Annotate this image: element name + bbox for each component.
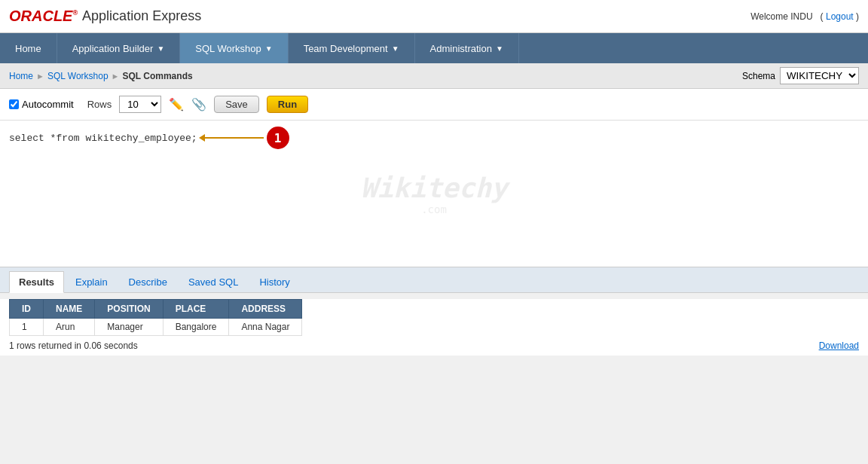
run-button[interactable]: Run	[267, 96, 308, 113]
nav-admin[interactable]: Administration ▼	[415, 33, 519, 63]
schema-select[interactable]: WIKITECHY	[780, 67, 859, 84]
nav-sql-workshop-arrow: ▼	[265, 44, 273, 53]
nav-team-dev-arrow: ▼	[392, 44, 399, 53]
breadcrumb-home[interactable]: Home	[9, 71, 33, 81]
breadcrumb-bar: Home ► SQL Workshop ► SQL Commands Schem…	[0, 63, 868, 89]
header: ORACLE® Application Express Welcome INDU…	[0, 0, 868, 33]
results-table: ID NAME POSITION PLACE ADDRESS 1 Arun Ma…	[9, 299, 302, 336]
download-link[interactable]: Download	[819, 340, 859, 351]
status-bar: 1 rows returned in 0.06 seconds Download	[0, 336, 868, 356]
toolbar: Autocommit Rows 10 25 50 100 200 ✏️ 📎 Sa…	[0, 89, 868, 121]
breadcrumb-sql-workshop[interactable]: SQL Workshop	[47, 71, 108, 81]
main-nav: Home Application Builder ▼ SQL Workshop …	[0, 33, 868, 63]
table-header-row: ID NAME POSITION PLACE ADDRESS	[10, 300, 302, 319]
nav-team-dev-label: Team Development	[304, 43, 388, 54]
nav-home[interactable]: Home	[0, 33, 57, 63]
autocommit-label: Autocommit	[9, 99, 74, 110]
results-area: ID NAME POSITION PLACE ADDRESS 1 Arun Ma…	[0, 299, 868, 336]
col-id: ID	[10, 300, 44, 319]
nav-app-builder[interactable]: Application Builder ▼	[57, 33, 181, 63]
col-name: NAME	[44, 300, 95, 319]
autocommit-checkbox[interactable]	[9, 99, 19, 109]
col-place: PLACE	[163, 300, 229, 319]
nav-admin-arrow: ▼	[496, 44, 503, 53]
oracle-logo: ORACLE® Application Express	[9, 8, 201, 25]
status-text: 1 rows returned in 0.06 seconds	[9, 340, 138, 351]
arrow-line	[203, 137, 264, 139]
nav-team-dev[interactable]: Team Development ▼	[289, 33, 415, 63]
rows-label: Rows	[87, 99, 112, 110]
editor-area[interactable]: select *from wikitechy_employee; 1 Wikit…	[0, 121, 868, 267]
breadcrumb-sep-2: ►	[112, 72, 120, 81]
save-button[interactable]: Save	[214, 96, 259, 113]
tab-history[interactable]: History	[249, 271, 299, 292]
autocommit-text: Autocommit	[22, 99, 74, 110]
col-position: POSITION	[95, 300, 163, 319]
tab-saved-sql[interactable]: Saved SQL	[179, 271, 249, 292]
rows-select[interactable]: 10 25 50 100 200	[119, 96, 161, 113]
nav-home-label: Home	[15, 43, 41, 54]
cell-id: 1	[10, 319, 44, 336]
tab-describe[interactable]: Describe	[119, 271, 177, 292]
nav-app-builder-label: Application Builder	[72, 43, 154, 54]
badge-number: 1	[267, 127, 289, 149]
eraser-icon[interactable]: 📎	[191, 97, 206, 111]
results-tabs: Results Explain Describe Saved SQL Histo…	[0, 267, 868, 293]
nav-sql-workshop[interactable]: SQL Workshop ▼	[180, 33, 288, 63]
sql-text: select *from wikitechy_employee;	[9, 133, 197, 144]
cell-place: Bangalore	[163, 319, 229, 336]
tab-explain[interactable]: Explain	[66, 271, 118, 292]
watermark-sub: .com	[360, 203, 507, 215]
cell-address: Anna Nagar	[229, 319, 302, 336]
cell-position: Manager	[95, 319, 163, 336]
nav-sql-workshop-label: SQL Workshop	[195, 43, 261, 54]
schema-label: Schema	[742, 71, 775, 81]
arrow-indicator: 1	[203, 127, 289, 149]
col-address: ADDRESS	[229, 300, 302, 319]
sql-line: select *from wikitechy_employee; 1	[9, 127, 859, 149]
breadcrumb: Home ► SQL Workshop ► SQL Commands	[9, 71, 193, 81]
nav-app-builder-arrow: ▼	[157, 44, 164, 53]
header-left: ORACLE® Application Express	[9, 8, 201, 25]
breadcrumb-sep-1: ►	[36, 72, 44, 81]
nav-admin-label: Administration	[430, 43, 492, 54]
logout-link[interactable]: Logout	[826, 11, 854, 22]
table-row: 1 Arun Manager Bangalore Anna Nagar	[10, 319, 302, 336]
pencil-icon[interactable]: ✏️	[169, 97, 184, 111]
apex-title: Application Express	[82, 8, 201, 24]
welcome-text: Welcome INDU	[750, 11, 812, 22]
schema-selector: Schema WIKITECHY	[742, 67, 859, 84]
watermark: Wikitechy .com	[360, 172, 507, 215]
cell-name: Arun	[44, 319, 95, 336]
tab-results[interactable]: Results	[9, 271, 64, 293]
oracle-wordmark: ORACLE®	[9, 8, 78, 25]
breadcrumb-current: SQL Commands	[123, 71, 193, 81]
watermark-text: Wikitechy	[360, 172, 507, 203]
header-right: Welcome INDU ( Logout )	[750, 11, 859, 22]
